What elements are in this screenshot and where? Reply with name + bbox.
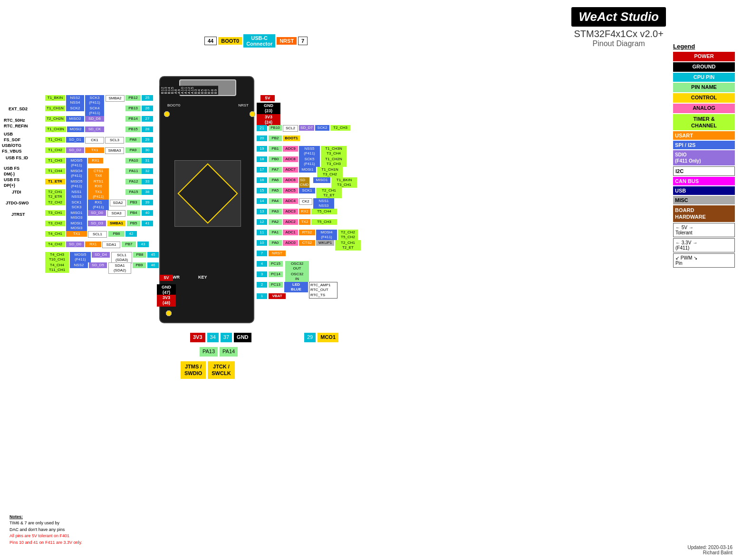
pb0-lbl: PB0 — [269, 156, 282, 162]
legend-usart: USART — [673, 131, 735, 140]
pa10-lbl: PA10 — [125, 158, 142, 164]
5v-top-lbl: 5V — [260, 95, 275, 101]
pin12-lbl: 12 — [257, 219, 267, 225]
legend-33v: ← 3.3V →(F411) — [673, 238, 735, 252]
t2-ch1-t2-et-lbl: T2_CH1T2_ET — [316, 188, 342, 198]
5v-bot-lbl: 5V — [160, 275, 173, 281]
note-line2: DAC and don't have any pins — [10, 527, 65, 532]
pb3-lbl: PB3 — [127, 200, 140, 205]
top-connector-row: 44 BOOT0 USB-CConnector NRST 7 — [204, 34, 308, 48]
pa12-lbl: PA12 — [125, 179, 142, 184]
miso1-miso3-lbl: MISO1MISO3 — [66, 210, 87, 221]
usb-dp-label: USB FSDP(+) — [4, 177, 19, 188]
sd-d5-lbl: SD_D5 — [89, 262, 107, 268]
pin42-lbl: 42 — [125, 231, 137, 237]
t1-ch4-lbl: T1_CH4 — [45, 168, 65, 174]
t4-ch4-t11-lbl: T4_CH4T11_CH1 — [45, 262, 69, 273]
ck2-lbl: CK2 — [299, 198, 312, 205]
t3-ch2-lbl: T3_CH2 — [45, 221, 65, 226]
sda1-sda2-lbl: SDA1(SDA2) — [108, 262, 131, 274]
t2-ch3-lbl: T2_CH3 — [330, 125, 350, 131]
pin37-lbl: 37 — [221, 333, 232, 342]
pin27-lbl: 27 — [142, 116, 153, 122]
adc7-lbl: ADC7 — [283, 167, 298, 173]
t2-ch2-lbl: T2_CH2 — [45, 200, 65, 205]
pin21-lbl: 21 — [257, 125, 267, 131]
left-board-pins-text: B12 B13 B14 B15 A8 A9 A10 A11 A12 A15 B3… — [160, 86, 218, 95]
nrst-top-label: NRST — [277, 37, 297, 45]
pb5-lbl: PB5 — [127, 221, 140, 226]
pinout-label: Pinout Diagram — [571, 39, 666, 48]
adc9-lbl: ADC9 — [283, 146, 298, 152]
3v3-bot-lbl: 3V3 — [190, 333, 205, 342]
pin38-lbl: 38 — [142, 189, 153, 195]
pc13-lbl: PC13 — [269, 282, 283, 288]
legend-pwm: ↙ PWM ↘Pin — [673, 253, 735, 268]
pin43-lbl: 43 — [137, 241, 149, 247]
legend-5v-tolerant: ← 5V →Tolerant — [673, 223, 735, 237]
legend-analog: ANALOG — [673, 104, 735, 113]
pb2-lbl: PB2 — [269, 135, 282, 141]
cts1-tx6-lbl: CTS1TX6 — [88, 168, 109, 179]
mosi1-mosi3-lbl: MOSI1MOSI3 — [66, 221, 87, 231]
pin11-lbl: 11 — [257, 230, 267, 235]
sda1-lbl: SDA1 — [102, 241, 120, 248]
legend-title: Legend — [673, 43, 735, 50]
sd-ck-lbl: SD_CK — [85, 126, 104, 132]
scl1-sda3-lbl: SCL1(SDA3) — [111, 252, 132, 263]
pin29-bot-lbl: 29 — [304, 333, 316, 342]
rx1-43-lbl: RX1 — [85, 241, 101, 247]
pin-44-label: 44 — [204, 37, 217, 45]
bottom-row-1: 3V3 34 37 GND — [190, 333, 251, 342]
sck4-f411-lbl: SCK4(F411) — [85, 106, 104, 116]
osc32in-lbl: OSC32IN — [285, 271, 309, 282]
pa9-lbl: PA9 — [125, 147, 141, 153]
pb12-lbl: PB12 — [125, 95, 141, 101]
ext-sd2-label: EXT_SD2 — [9, 106, 28, 111]
pin46-lbl: 46 — [147, 262, 159, 268]
t4-ch2-lbl: T4_CH2 — [45, 241, 65, 247]
legend-cpupin: CPU PIN — [673, 73, 735, 82]
pad-r18 — [250, 111, 255, 117]
pb6-lbl: PB6 — [108, 231, 125, 237]
sda3-lbl: SDA3 — [107, 210, 125, 217]
usb-fsid-label: USB FS_ID — [6, 155, 28, 161]
t1-ch2-lbl: T1_CH2 — [45, 147, 65, 153]
pc15-lbl: PC15 — [269, 261, 283, 267]
brand-logo: WeAct Studio — [571, 7, 666, 27]
pb8-lbl: PB8 — [133, 252, 146, 258]
pin26-lbl: 26 — [142, 106, 153, 111]
pin34-lbl: 34 — [207, 333, 219, 342]
3v3-48-lbl: 3V3(48) — [157, 295, 176, 307]
header-logo: WeAct Studio STM32F4x1Cx v2.0+ Pinout Di… — [571, 7, 666, 48]
pb14-lbl: PB14 — [125, 116, 141, 122]
pin4-lbl: 4 — [257, 261, 267, 267]
key-text: KEY — [198, 275, 207, 280]
pa0-lbl: PA0 — [269, 240, 282, 246]
pin28-lbl: 28 — [142, 126, 153, 132]
t5-ch4-lbl: T5_CH4 — [311, 209, 337, 214]
pin7-r-lbl: 7 — [257, 251, 267, 256]
t2-ch2-t5-ch2-lbl: T2_CH2T5_CH2 — [338, 230, 358, 240]
t4-ch3-t10-lbl: T4_CH3T10_CH1 — [45, 252, 69, 262]
mco1-lbl: MCO1 — [318, 333, 338, 342]
smba1-lbl: SMBA1 — [107, 221, 125, 226]
jtdo-label: JTDO-SWO — [6, 201, 29, 205]
pa6-lbl: PA6 — [269, 177, 282, 183]
miso1-r-lbl: MISO1 — [313, 177, 330, 183]
usb-vbus-label: USB/OTGFS_VBUS — [2, 143, 22, 154]
footer-area: Updated: 2020-03-16 Richard Balint — [687, 545, 732, 555]
wkup1-lbl: WKUP1 — [316, 240, 334, 246]
adc4-lbl: ADC4 — [283, 198, 298, 204]
legend-board-hw: BOARDHARDWARE — [673, 205, 735, 222]
t5-ch3-lbl: T5_CH3 — [311, 219, 337, 225]
pa2-lbl: PA2 — [269, 219, 282, 225]
legend-spi: SPI / I2S — [673, 141, 735, 149]
pin30-lbl: 30 — [142, 147, 153, 153]
pin-7-label: 7 — [298, 37, 308, 45]
pin32-lbl: 32 — [142, 168, 153, 174]
sck2-lbl: SCK2 — [66, 106, 84, 111]
t2-ch1-etr-lbl: T2_CH1T2_ETR — [45, 189, 65, 200]
pb4-lbl: PB4 — [127, 210, 140, 216]
mosi5-f411-45-lbl: MOSI5(F411) — [70, 252, 91, 262]
